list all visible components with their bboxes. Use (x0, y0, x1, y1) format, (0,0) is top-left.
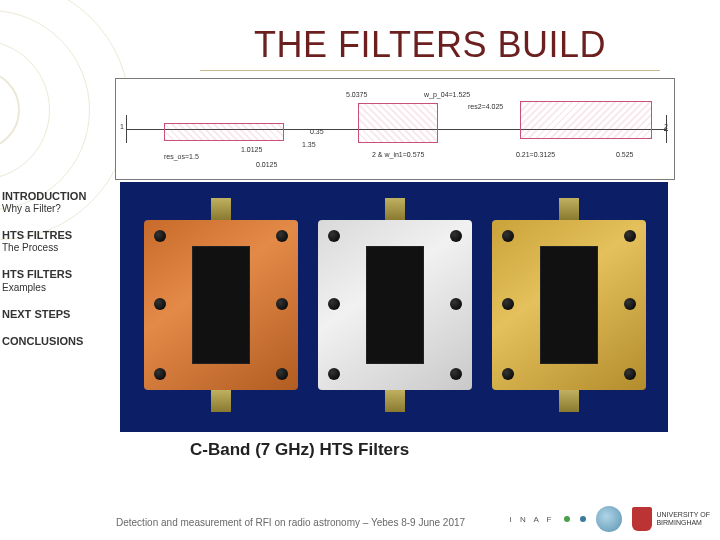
dim-label: 1.35 (302, 141, 316, 148)
screw-icon (450, 230, 462, 242)
screw-icon (154, 298, 166, 310)
technical-drawing: 1 2 res_os=1.5 1.0125 0.0125 1.35 0.35 5… (115, 78, 675, 180)
dim-label: 0.0125 (256, 161, 277, 168)
resonator-block (164, 123, 284, 141)
filter-cavity (540, 246, 598, 364)
dim-label: 5.0375 (346, 91, 367, 98)
screw-icon (624, 230, 636, 242)
sma-connector-icon (211, 390, 231, 412)
sma-connector-icon (385, 198, 405, 220)
sidebar-item-head: CONCLUSIONS (2, 335, 112, 348)
filter-cavity (366, 246, 424, 364)
dim-label: 0.525 (616, 151, 634, 158)
resonator-block (520, 101, 652, 139)
screw-icon (276, 230, 288, 242)
dim-label: 1.0125 (241, 146, 262, 153)
dim-label: res2=4.025 (468, 103, 503, 110)
inaf-planet-icon (596, 506, 622, 532)
sidebar-item-head: NEXT STEPS (2, 308, 112, 321)
logos-bar: I N A F UNIVERSITY OF BIRMINGHAM (509, 506, 710, 532)
photo-caption: C-Band (7 GHz) HTS Filters (190, 440, 409, 460)
filter-unit-aluminium (318, 220, 472, 390)
filters-photo (120, 182, 668, 432)
sidebar-item-hts-filters: HTS FILTERS Examples (2, 268, 112, 293)
footer-note: Detection and measurement of RFI on radi… (116, 517, 465, 528)
screw-icon (328, 230, 340, 242)
screw-icon (328, 368, 340, 380)
sidebar-item-head: HTS FILTERS (2, 268, 112, 281)
outline-sidebar: INTRODUCTION Why a Filter? HTS FILTRES T… (2, 190, 112, 362)
uob-line2: BIRMINGHAM (656, 519, 702, 526)
sidebar-item-sub: Examples (2, 282, 112, 294)
filter-unit-brass (492, 220, 646, 390)
port-label: 2 (664, 123, 668, 131)
sidebar-item-introduction: INTRODUCTION Why a Filter? (2, 190, 112, 215)
sidebar-item-head: INTRODUCTION (2, 190, 112, 203)
uob-text: UNIVERSITY OF BIRMINGHAM (656, 511, 710, 526)
inaf-dot-icon (564, 516, 570, 522)
uob-line1: UNIVERSITY OF (656, 511, 710, 518)
screw-icon (154, 368, 166, 380)
sma-connector-icon (385, 390, 405, 412)
uob-logo: UNIVERSITY OF BIRMINGHAM (632, 507, 710, 531)
screw-icon (502, 230, 514, 242)
sidebar-item-sub: Why a Filter? (2, 203, 112, 215)
sma-connector-icon (559, 390, 579, 412)
port-mark (126, 115, 127, 143)
dim-label: 2 & w_in1=0.575 (372, 151, 424, 158)
filter-unit-copper (144, 220, 298, 390)
dim-label: w_p_04=1.525 (424, 91, 470, 98)
screw-icon (450, 368, 462, 380)
sma-connector-icon (211, 198, 231, 220)
sidebar-item-conclusions: CONCLUSIONS (2, 335, 112, 348)
inaf-text: I N A F (509, 515, 554, 524)
sidebar-item-sub: The Process (2, 242, 112, 254)
screw-icon (624, 368, 636, 380)
screw-icon (328, 298, 340, 310)
screw-icon (154, 230, 166, 242)
screw-icon (502, 368, 514, 380)
screw-icon (450, 298, 462, 310)
resonator-block (358, 103, 438, 143)
dim-label: 0.21=0.3125 (516, 151, 555, 158)
filter-cavity (192, 246, 250, 364)
screw-icon (624, 298, 636, 310)
crest-icon (632, 507, 652, 531)
sma-connector-icon (559, 198, 579, 220)
dim-label: 0.35 (310, 128, 324, 135)
screw-icon (502, 298, 514, 310)
port-label: 1 (120, 123, 124, 130)
inaf-dot-icon (580, 516, 586, 522)
sidebar-item-next-steps: NEXT STEPS (2, 308, 112, 321)
dim-label: res_os=1.5 (164, 153, 199, 160)
sidebar-item-head: HTS FILTRES (2, 229, 112, 242)
sidebar-item-hts-filtres: HTS FILTRES The Process (2, 229, 112, 254)
page-title: THE FILTERS BUILD (200, 24, 660, 71)
screw-icon (276, 298, 288, 310)
screw-icon (276, 368, 288, 380)
